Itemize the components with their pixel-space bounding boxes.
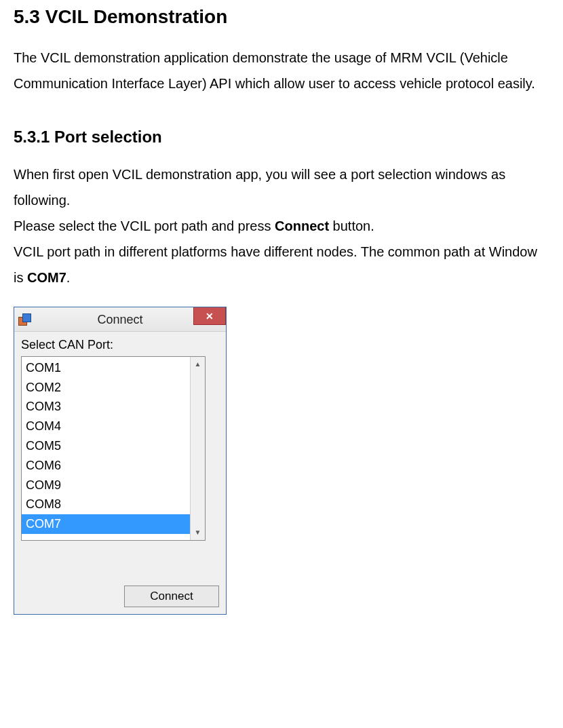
- section-paragraph: The VCIL demonstration application demon…: [14, 45, 549, 96]
- list-item[interactable]: COM6: [22, 456, 190, 476]
- sub-paragraph-3: VCIL port path in different platforms ha…: [14, 239, 549, 290]
- list-item[interactable]: COM8: [22, 495, 190, 514]
- port-listbox[interactable]: COM1COM2COM3COM4COM5COM6COM9COM8COM7 ▲ ▼: [21, 356, 206, 541]
- subsection-heading: 5.3.1 Port selection: [14, 128, 549, 147]
- app-icon: [18, 313, 31, 326]
- scroll-up-icon[interactable]: ▲: [191, 357, 205, 372]
- close-icon: ✕: [206, 307, 214, 326]
- list-item[interactable]: COM5: [22, 436, 190, 456]
- scroll-down-icon[interactable]: ▼: [191, 525, 205, 540]
- sub-paragraph-1: When first open VCIL demonstration app, …: [14, 161, 549, 213]
- sub-paragraph-2: Please select the VCIL port path and pre…: [14, 213, 549, 239]
- dialog-title: Connect: [97, 308, 142, 331]
- port-label: Select CAN Port:: [21, 337, 219, 353]
- list-item[interactable]: COM1: [22, 358, 190, 378]
- connect-dialog: Connect ✕ Select CAN Port: COM1COM2COM3C…: [14, 307, 227, 614]
- scrollbar[interactable]: ▲ ▼: [190, 357, 205, 540]
- list-item[interactable]: COM3: [22, 397, 190, 417]
- dialog-body: Select CAN Port: COM1COM2COM3COM4COM5COM…: [14, 332, 226, 613]
- list-item[interactable]: COM4: [22, 417, 190, 436]
- list-item[interactable]: COM2: [22, 378, 190, 398]
- dialog-titlebar[interactable]: Connect ✕: [14, 307, 226, 332]
- list-item[interactable]: COM7: [22, 514, 190, 534]
- list-item[interactable]: COM9: [22, 476, 190, 495]
- connect-button[interactable]: Connect: [124, 586, 219, 607]
- section-heading: 5.3 VCIL Demonstration: [14, 5, 549, 28]
- close-button[interactable]: ✕: [193, 307, 226, 325]
